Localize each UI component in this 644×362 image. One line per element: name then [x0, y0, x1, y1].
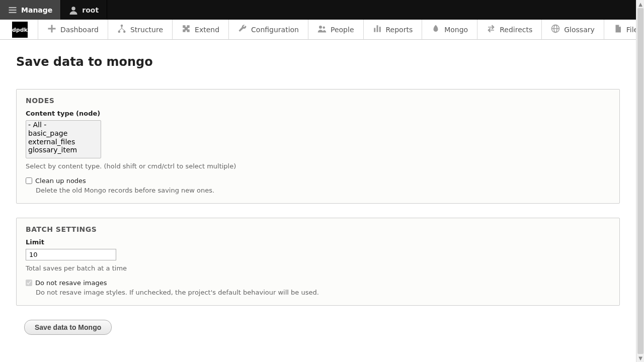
- content-type-select[interactable]: - All -basic_pageexternal_filesglossary_…: [26, 120, 101, 158]
- page-content: Save data to mongo NODES Content type (n…: [0, 40, 636, 355]
- toolbar-item-structure[interactable]: Structure: [108, 20, 173, 39]
- content-type-help: Select by content type. (hold shift or c…: [26, 162, 610, 170]
- cleanup-label[interactable]: Clean up nodes: [35, 177, 86, 185]
- svg-rect-2: [9, 12, 17, 13]
- file-icon: [613, 24, 622, 35]
- manage-tab[interactable]: Manage: [0, 0, 61, 20]
- content-type-option[interactable]: basic_page: [26, 129, 101, 138]
- people-icon: [317, 24, 327, 35]
- toolbar-item-label: People: [331, 26, 354, 34]
- toolbar-item-redirects[interactable]: Redirects: [477, 20, 542, 39]
- toolbar-item-glossary[interactable]: Glossary: [542, 20, 604, 39]
- submit-button[interactable]: Save data to Mongo: [24, 320, 112, 335]
- toolbar-item-reports[interactable]: Reports: [364, 20, 423, 39]
- noresave-help: Do not resave image styles. If unchecked…: [36, 289, 610, 296]
- redirect-icon: [487, 24, 496, 35]
- svg-rect-0: [9, 7, 17, 8]
- hamburger-icon: [8, 6, 17, 15]
- site-logo[interactable]: dpdk: [12, 22, 28, 38]
- content-type-option[interactable]: glossary_item: [26, 146, 101, 154]
- toolbar-item-label: Mongo: [444, 26, 468, 34]
- plus-icon: [47, 24, 56, 35]
- svg-rect-11: [374, 28, 375, 32]
- svg-rect-12: [376, 25, 378, 32]
- toolbar-item-label: Structure: [130, 26, 163, 34]
- toolbar-item-configuration[interactable]: Configuration: [229, 20, 308, 39]
- svg-rect-13: [379, 27, 380, 32]
- page-title: Save data to mongo: [16, 55, 620, 69]
- toolbar-item-extend[interactable]: Extend: [173, 20, 229, 39]
- wrench-icon: [238, 24, 247, 35]
- admin-topbar: Manage root: [0, 0, 636, 20]
- toolbar-item-label: Configuration: [251, 26, 299, 34]
- user-tab[interactable]: root: [61, 0, 107, 20]
- toolbar-item-label: Files: [626, 26, 636, 34]
- cleanup-help: Delete the old Mongo records before savi…: [36, 187, 610, 194]
- toolbar-item-dashboard[interactable]: Dashboard: [38, 20, 108, 39]
- svg-point-10: [323, 27, 326, 29]
- svg-point-3: [72, 7, 76, 11]
- batch-fieldset: BATCH SETTINGS Limit Total saves per bat…: [16, 218, 620, 306]
- batch-legend: BATCH SETTINGS: [26, 225, 610, 233]
- svg-rect-5: [48, 28, 55, 30]
- content-type-label: Content type (node): [26, 110, 610, 117]
- limit-help: Total saves per batch at a time: [26, 264, 610, 272]
- puzzle-icon: [182, 24, 191, 35]
- toolbar-item-label: Glossary: [564, 26, 595, 34]
- cleanup-checkbox[interactable]: [26, 177, 32, 184]
- noresave-checkbox[interactable]: [26, 280, 32, 286]
- admin-toolbar: dpdk DashboardStructureExtendConfigurati…: [0, 20, 636, 40]
- limit-input[interactable]: [26, 249, 116, 260]
- toolbar-item-files[interactable]: Files: [604, 20, 636, 39]
- toolbar-item-people[interactable]: People: [308, 20, 364, 39]
- tree-icon: [117, 24, 126, 35]
- globe-icon: [551, 24, 560, 35]
- toolbar-item-label: Dashboard: [60, 26, 99, 34]
- toolbar-item-label: Extend: [195, 26, 219, 34]
- bars-icon: [373, 24, 382, 35]
- toolbar-item-mongo[interactable]: Mongo: [422, 20, 477, 39]
- content-type-option[interactable]: - All -: [26, 121, 101, 129]
- nodes-fieldset: NODES Content type (node) - All -basic_p…: [16, 89, 620, 204]
- limit-label: Limit: [26, 238, 610, 246]
- toolbar-item-label: Reports: [386, 26, 413, 34]
- manage-label: Manage: [21, 6, 52, 14]
- user-icon: [69, 6, 78, 15]
- nodes-legend: NODES: [26, 97, 610, 105]
- toolbar-item-label: Redirects: [500, 26, 532, 34]
- leaf-icon: [431, 24, 440, 35]
- svg-rect-1: [9, 9, 17, 10]
- user-label: root: [82, 6, 99, 14]
- content-type-option[interactable]: external_files: [26, 138, 101, 146]
- svg-point-9: [319, 26, 322, 29]
- noresave-label[interactable]: Do not resave images: [35, 279, 107, 287]
